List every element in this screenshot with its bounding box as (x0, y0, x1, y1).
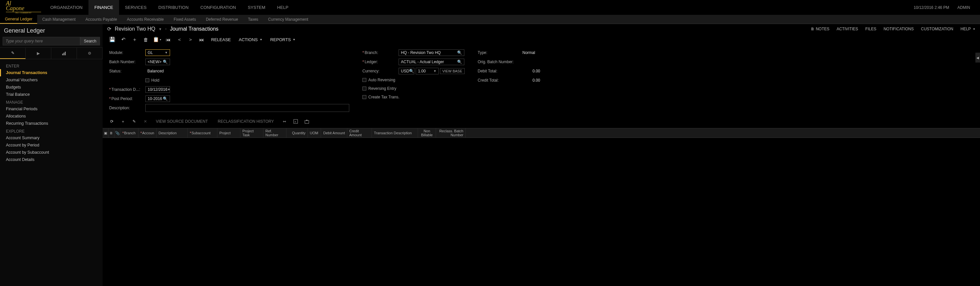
grid-col-subaccount[interactable]: Subaccount (188, 128, 217, 137)
createtax-label: Create Tax Trans. (368, 95, 399, 99)
search-button[interactable]: Search (80, 37, 100, 45)
grid-col-ref-number[interactable]: Ref. Number (263, 128, 286, 137)
grid-col-uom[interactable]: UOM (308, 128, 321, 137)
grid-col-account[interactable]: Accoun (138, 128, 156, 137)
prev-record-icon[interactable]: ＜ (174, 35, 184, 44)
viewbase-button[interactable]: VIEW BASE (440, 68, 465, 74)
type-value: Normal (520, 50, 535, 55)
subnav-accounts-receivable[interactable]: Accounts Receivable (122, 15, 169, 24)
grid-add-icon[interactable]: ＋ (118, 118, 127, 125)
chevron-down-icon[interactable]: ▼ (159, 27, 162, 31)
grid-delete-icon[interactable]: ✕ (141, 118, 150, 125)
sidebar-item-recurring-transactions[interactable]: Recurring Transactions (0, 120, 103, 127)
postperiod-field[interactable]: 10-2016🔍 (145, 96, 170, 102)
sidebar-item-account-by-subaccount[interactable]: Account by Subaccount (0, 149, 103, 156)
subnav-cash-management[interactable]: Cash Management (37, 15, 80, 24)
grid-col-branch[interactable]: Branch (120, 128, 138, 137)
header-notifications[interactable]: NOTIFICATIONS (884, 27, 914, 31)
search-input[interactable] (3, 37, 80, 45)
sidebar-tab-play-icon[interactable]: ▶ (25, 48, 51, 59)
grid-fit-icon[interactable]: ⇿ (280, 118, 289, 125)
grid-col-trans-desc[interactable]: Transaction Description (372, 128, 418, 137)
currency-field[interactable]: USD🔍 (399, 68, 414, 74)
reports-menu[interactable]: REPORTS▼ (267, 35, 299, 44)
reclassification-history[interactable]: RECLASSIFICATION HISTORY (214, 119, 278, 124)
header-files[interactable]: FILES (865, 27, 876, 31)
app-logo[interactable]: AlCapone NO COMMENT (3, 1, 41, 14)
grid-col-quantity[interactable]: Quantity (286, 128, 308, 137)
sidebar-item-financial-periods[interactable]: Financial Periods (0, 105, 103, 113)
subnav-currency-management[interactable]: Currency Management (263, 15, 313, 24)
breadcrumb-org[interactable]: Revision Two HQ (115, 26, 155, 32)
module-field[interactable]: GL▼ (145, 50, 170, 56)
reversingentry-label: Reversing Entry (368, 86, 396, 91)
createtax-checkbox[interactable] (363, 95, 366, 99)
ledger-field[interactable]: ACTUAL - Actual Ledger🔍 (399, 59, 465, 65)
undo-icon[interactable]: ↶ (118, 35, 128, 44)
sidebar-item-trial-balance[interactable]: Trial Balance (0, 91, 103, 98)
nav-finance[interactable]: FINANCE (89, 0, 119, 15)
sidebar-item-journal-vouchers[interactable]: Journal Vouchers (0, 76, 103, 84)
sidebar-item-account-details[interactable]: Account Details (0, 156, 103, 163)
sidebar-tab-gear-icon[interactable]: ⚙ (77, 48, 103, 59)
sidebar-tab-edit-icon[interactable]: ✎ (0, 48, 25, 59)
header-notes[interactable]: 🗎NOTES (811, 27, 829, 31)
header-user[interactable]: ADMIN (957, 5, 970, 10)
grid-col-debit-amount[interactable]: Debit Amount (321, 128, 347, 137)
sidebar-item-allocations[interactable]: Allocations (0, 113, 103, 120)
sidebar-item-account-by-period[interactable]: Account by Period (0, 142, 103, 149)
subnav-taxes[interactable]: Taxes (243, 15, 263, 24)
grid-export-icon[interactable]: x (291, 118, 300, 125)
rate-field[interactable]: 1.00▼ (416, 68, 439, 74)
subnav-deferred-revenue[interactable]: Deferred Revenue (201, 15, 243, 24)
autoreversing-checkbox[interactable] (363, 78, 366, 82)
header-customization[interactable]: CUSTOMIZATION (921, 27, 953, 31)
hold-label: Hold (151, 78, 159, 83)
grid-col-notes-icon[interactable]: 🗎 (108, 128, 115, 137)
subnav-accounts-payable[interactable]: Accounts Payable (81, 15, 122, 24)
sidebar-item-journal-transactions[interactable]: Journal Transactions (0, 69, 103, 76)
reversingentry-checkbox[interactable] (363, 86, 366, 91)
clipboard-icon[interactable]: 📋▾ (152, 35, 162, 44)
grid-col-description[interactable]: Description (156, 128, 188, 137)
nav-system[interactable]: SYSTEM (242, 0, 271, 15)
first-record-icon[interactable]: ⏮ (163, 35, 173, 44)
nav-organization[interactable]: ORGANIZATION (45, 0, 89, 15)
grid-edit-icon[interactable]: ✎ (130, 118, 139, 125)
grid-refresh-icon[interactable]: ⟳ (107, 118, 116, 125)
release-button[interactable]: RELEASE (208, 35, 234, 44)
grid-col-reclass-batch[interactable]: Reclass. Batch Number (436, 128, 466, 137)
grid-col-selector[interactable]: ▣ (103, 128, 108, 137)
sidebar-item-account-summary[interactable]: Account Summary (0, 134, 103, 142)
sidebar-item-budgets[interactable]: Budgets (0, 84, 103, 91)
header-activities[interactable]: ACTIVITIES (837, 27, 858, 31)
add-icon[interactable]: ＋ (130, 35, 140, 44)
grid-upload-icon[interactable] (302, 118, 312, 125)
grid-col-credit-amount[interactable]: Credit Amount (347, 128, 372, 137)
transdate-field[interactable]: 10/12/2016▼ (145, 86, 170, 93)
last-record-icon[interactable]: ⏭ (197, 35, 207, 44)
grid-col-project-task[interactable]: Project Task (240, 128, 263, 137)
delete-icon[interactable]: 🗑 (141, 35, 151, 44)
nav-configuration[interactable]: CONFIGURATION (194, 0, 242, 15)
grid-col-non-billable[interactable]: Non Billable (418, 128, 436, 137)
grid-col-project[interactable]: Project (217, 128, 240, 137)
refresh-icon[interactable]: ⟳ (107, 26, 111, 32)
actions-menu[interactable]: ACTIONS▼ (235, 35, 266, 44)
subnav-general-ledger[interactable]: General Ledger (0, 15, 37, 24)
nav-help[interactable]: HELP (271, 0, 294, 15)
nav-services[interactable]: SERVICES (119, 0, 153, 15)
nav-distribution[interactable]: DISTRIBUTION (153, 0, 195, 15)
branch-field[interactable]: HQ - Revision Two HQ🔍 (399, 50, 465, 56)
grid-col-files-icon[interactable]: 📎 (115, 128, 120, 137)
batch-field[interactable]: <NEW>🔍 (145, 59, 170, 65)
save-icon[interactable]: 💾 (107, 35, 117, 44)
view-source-document[interactable]: VIEW SOURCE DOCUMENT (152, 119, 212, 124)
description-field[interactable] (145, 104, 349, 112)
hold-checkbox[interactable] (145, 78, 149, 82)
header-help[interactable]: HELP▼ (961, 27, 975, 31)
sidebar-tab-chart-icon[interactable] (51, 48, 77, 59)
subnav-fixed-assets[interactable]: Fixed Assets (169, 15, 201, 24)
side-panel-handle[interactable]: ◀ (975, 53, 980, 62)
next-record-icon[interactable]: ＞ (186, 35, 195, 44)
